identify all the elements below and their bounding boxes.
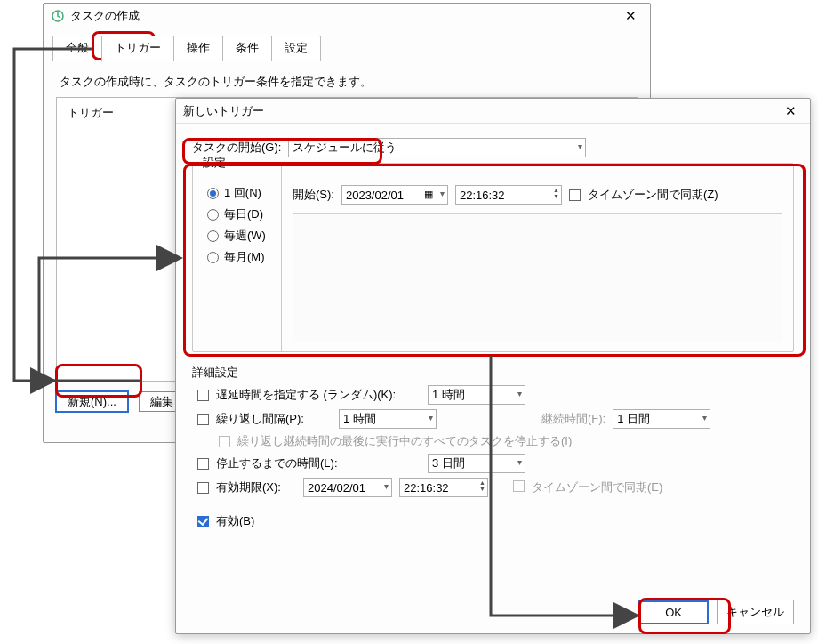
stop-after-combo[interactable]: 3 日間▾ [428,454,525,473]
new-trigger-dialog: 新しいトリガー ✕ タスクの開始(G): スケジュールに従う ▾ 設定 1 回(… [175,98,811,634]
clock-icon [51,9,65,23]
close-button[interactable]: ✕ [774,99,806,123]
radio-monthly[interactable] [207,252,219,263]
tab-actions[interactable]: 操作 [173,36,223,61]
chevron-down-icon: ▾ [517,457,522,467]
tab-settings[interactable]: 設定 [271,36,321,61]
chevron-down-icon: ▾ [384,481,389,491]
start-time-value: 22:16:32 [460,189,505,202]
stop-after-label: 停止するまでの時間(L): [216,455,421,471]
tabstrip: 全般 トリガー 操作 条件 設定 [44,28,650,61]
begin-task-value: スケジュールに従う [293,140,397,156]
tz-sync-label: タイムゾーン間で同期(Z) [588,187,718,203]
cancel-button[interactable]: キャンセル [717,600,794,624]
expire-checkbox[interactable] [197,482,209,494]
expire-tz-label: タイムゾーン間で同期(E) [532,479,662,495]
tz-sync-checkbox[interactable] [569,189,581,201]
tab-conditions[interactable]: 条件 [222,36,272,61]
expire-label: 有効期限(X): [216,479,296,495]
schedule-detail-pane [293,213,782,342]
start-label: 開始(S): [293,187,334,203]
start-time-picker[interactable]: 22:16:32 ▲▼ [455,185,562,205]
expire-date-picker[interactable]: 2024/02/01▾ [303,478,392,497]
duration-label: 継続時間(F): [541,411,605,427]
enabled-label: 有効(B) [216,513,254,529]
chevron-down-icon: ▾ [429,413,433,423]
radio-monthly-label: 毎月(M) [224,249,265,265]
settings-group-label: 設定 [199,155,229,171]
dialog-title: 新しいトリガー [183,103,774,119]
chevron-down-icon: ▾ [440,189,445,198]
spinner-icon: ▲▼ [479,479,485,492]
calendar-icon: ▦ [424,189,433,200]
start-date-value: 2023/02/01 [346,189,404,202]
repeat-duration-combo[interactable]: 1 日間▾ [613,409,710,429]
begin-task-label: タスクの開始(G): [192,140,281,156]
titlebar: 新しいトリガー ✕ [176,99,810,124]
expire-tz-checkbox[interactable] [513,480,525,492]
radio-weekly-label: 毎週(W) [224,228,266,244]
ok-button[interactable]: OK [639,601,708,624]
delay-label: 遅延時間を指定する (ランダム)(K): [216,387,421,403]
repeat-label: 繰り返し間隔(P): [216,411,332,427]
begin-task-combo[interactable]: スケジュールに従う ▾ [288,138,586,157]
stop-all-label: 繰り返し継続時間の最後に実行中のすべてのタスクを停止する(I) [237,433,572,449]
radio-daily-label: 毎日(D) [224,206,263,222]
tab-triggers[interactable]: トリガー [101,36,174,61]
chevron-down-icon: ▾ [702,413,707,423]
stop-all-checkbox[interactable] [219,436,230,447]
frequency-radios: 1 回(N) 毎日(D) 毎週(W) 毎月(M) [193,164,282,351]
spinner-icon: ▲▼ [553,187,559,199]
chevron-down-icon: ▾ [517,389,522,398]
close-button[interactable]: ✕ [614,4,646,28]
enabled-checkbox[interactable] [197,516,209,527]
repeat-checkbox[interactable] [197,414,209,425]
dialog-title: タスクの作成 [70,8,614,24]
tab-general[interactable]: 全般 [52,36,102,61]
expire-time-picker[interactable]: 22:16:32▲▼ [399,478,488,497]
advanced-settings-label: 詳細設定 [192,365,794,381]
tab-description: タスクの作成時に、タスクのトリガー条件を指定できます。 [44,61,650,97]
schedule-settings-group: 1 回(N) 毎日(D) 毎週(W) 毎月(M) 開始(S): 2023/02/… [192,163,794,352]
radio-daily[interactable] [207,209,219,221]
delay-combo[interactable]: 1 時間▾ [428,385,525,405]
radio-once[interactable] [207,188,219,199]
stop-after-checkbox[interactable] [197,458,209,470]
start-date-picker[interactable]: 2023/02/01 ▦ ▾ [341,185,448,205]
radio-weekly[interactable] [207,230,219,242]
chevron-down-icon: ▾ [578,141,582,151]
new-trigger-button[interactable]: 新規(N)... [56,391,128,412]
repeat-interval-combo[interactable]: 1 時間▾ [339,409,437,429]
titlebar: タスクの作成 ✕ [44,4,650,28]
delay-checkbox[interactable] [197,390,209,401]
radio-once-label: 1 回(N) [224,185,261,201]
